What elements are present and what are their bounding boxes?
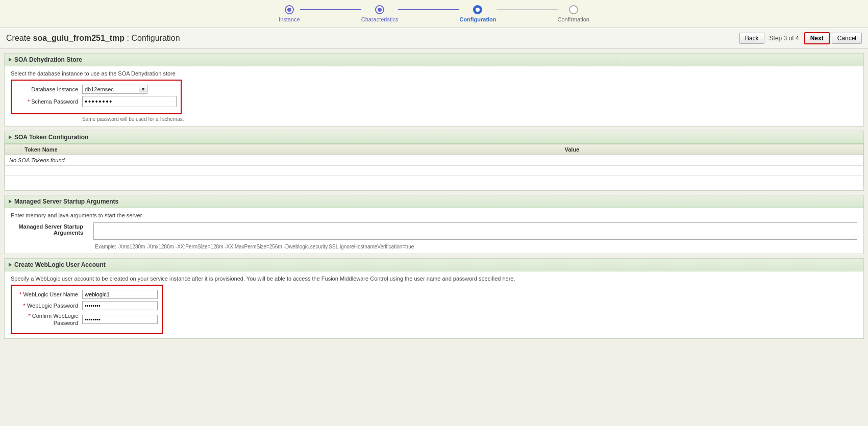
managed-server-panel: Managed Server Startup Arguments Enter m… xyxy=(4,195,864,254)
title-prefix: Create xyxy=(6,34,31,42)
wizard-bar: Instance Characteristics Configuration C… xyxy=(0,0,868,28)
weblogic-confirm-password-label: Confirm WebLogicPassword xyxy=(16,312,82,327)
soa-dehydration-body: Select the database instance to use as t… xyxy=(5,66,863,126)
service-name: soa_gulu_from251_tmp xyxy=(33,34,125,42)
db-instance-value: db12emsec xyxy=(83,85,139,93)
schema-password-label: Schema Password xyxy=(16,98,82,105)
soa-dehydration-desc: Select the database instance to use as t… xyxy=(11,70,857,77)
weblogic-password-input[interactable] xyxy=(82,301,158,310)
weblogic-username-input[interactable] xyxy=(82,290,158,299)
wizard-line-1 xyxy=(300,9,361,10)
db-instance-label: Database Instance xyxy=(16,86,82,92)
collapse-icon[interactable] xyxy=(9,58,12,62)
empty-row-2 xyxy=(5,176,863,186)
startup-args-label: Managed Server StartupArguments xyxy=(11,222,87,236)
wizard-step-characteristics[interactable]: Characteristics xyxy=(361,5,399,22)
soa-dehydration-form: Database Instance db12emsec ▼ Schema Pas… xyxy=(11,80,182,114)
step-label-instance: Instance xyxy=(279,16,300,22)
soa-token-body: Token Name Value No SOA Tokens found xyxy=(5,144,863,190)
managed-server-title: Managed Server Startup Arguments xyxy=(14,198,118,205)
managed-server-collapse-icon[interactable] xyxy=(9,199,12,204)
startup-args-row: Managed Server StartupArguments xyxy=(11,222,857,240)
cancel-button[interactable]: Cancel xyxy=(832,33,862,44)
main-content: SOA Dehydration Store Select the databas… xyxy=(0,49,868,347)
page-header: Create soa_gulu_from251_tmp : Configurat… xyxy=(0,28,868,49)
schema-password-row: Schema Password xyxy=(16,96,177,107)
soa-dehydration-panel: SOA Dehydration Store Select the databas… xyxy=(4,53,864,127)
soa-token-header: SOA Token Configuration xyxy=(5,131,863,144)
weblogic-body: Specify a WebLogic user account to be cr… xyxy=(5,271,863,338)
wizard-line-3 xyxy=(497,9,558,10)
wizard-step-configuration[interactable]: Configuration xyxy=(459,5,496,22)
db-instance-dropdown-icon[interactable]: ▼ xyxy=(139,86,147,92)
weblogic-password-label: WebLogic Password xyxy=(16,303,82,309)
step-circle-confirmation xyxy=(569,5,578,14)
weblogic-username-label: WebLogic User Name xyxy=(16,291,82,297)
step-label-confirmation: Confirmation xyxy=(558,16,589,22)
managed-server-header: Managed Server Startup Arguments xyxy=(5,195,863,208)
weblogic-confirm-password-row: Confirm WebLogicPassword xyxy=(16,312,158,327)
weblogic-panel: Create WebLogic User Account Specify a W… xyxy=(4,258,864,339)
managed-server-desc: Enter memory and java arguments to start… xyxy=(11,212,857,218)
token-table-col-checkbox xyxy=(5,144,20,155)
next-button[interactable]: Next xyxy=(804,32,830,44)
startup-args-input[interactable] xyxy=(93,222,857,240)
soa-token-title: SOA Token Configuration xyxy=(14,134,88,141)
token-table-col-name: Token Name xyxy=(20,144,560,155)
schema-password-hint: Same password will be used for all schem… xyxy=(11,116,857,122)
wizard-steps: Instance Characteristics Configuration C… xyxy=(279,5,589,22)
step-circle-characteristics xyxy=(375,5,384,14)
db-instance-row: Database Instance db12emsec ▼ xyxy=(16,85,177,94)
no-data-text: No SOA Tokens found xyxy=(5,155,863,166)
schema-password-input[interactable] xyxy=(82,96,177,107)
weblogic-desc: Specify a WebLogic user account to be cr… xyxy=(11,275,857,282)
soa-dehydration-header: SOA Dehydration Store xyxy=(5,54,863,66)
db-instance-select-wrapper: db12emsec ▼ xyxy=(82,85,147,94)
page-title: Create soa_gulu_from251_tmp : Configurat… xyxy=(6,34,180,43)
weblogic-title: Create WebLogic User Account xyxy=(14,261,106,268)
startup-args-example: Example: -Xms1280m -Xmx1280m -XX:PermSiz… xyxy=(11,244,857,249)
wizard-step-confirmation[interactable]: Confirmation xyxy=(558,5,589,22)
header-actions: Back Step 3 of 4 Next Cancel xyxy=(739,32,862,44)
step-info: Step 3 of 4 xyxy=(770,35,799,42)
step-circle-configuration xyxy=(473,5,482,14)
weblogic-confirm-password-input[interactable] xyxy=(82,315,158,324)
no-data-row: No SOA Tokens found xyxy=(5,155,863,166)
soa-token-collapse-icon[interactable] xyxy=(9,135,12,139)
step-label-characteristics: Characteristics xyxy=(361,16,399,22)
weblogic-username-row: WebLogic User Name xyxy=(16,290,158,299)
weblogic-password-row: WebLogic Password xyxy=(16,301,158,310)
soa-dehydration-title: SOA Dehydration Store xyxy=(14,56,82,63)
wizard-line-2 xyxy=(398,9,459,10)
step-label-configuration: Configuration xyxy=(459,16,496,22)
wizard-step-instance[interactable]: Instance xyxy=(279,5,300,22)
soa-token-panel: SOA Token Configuration Token Name Value… xyxy=(4,131,864,191)
step-circle-instance xyxy=(285,5,294,14)
title-suffix: : Configuration xyxy=(127,34,180,42)
token-table: Token Name Value No SOA Tokens found xyxy=(5,144,863,186)
token-table-col-value: Value xyxy=(560,144,863,155)
managed-server-body: Enter memory and java arguments to start… xyxy=(5,208,863,254)
empty-row-1 xyxy=(5,166,863,176)
back-button[interactable]: Back xyxy=(739,33,764,44)
weblogic-collapse-icon[interactable] xyxy=(9,263,12,267)
weblogic-form: WebLogic User Name WebLogic Password Con… xyxy=(11,285,163,334)
weblogic-header: Create WebLogic User Account xyxy=(5,259,863,271)
